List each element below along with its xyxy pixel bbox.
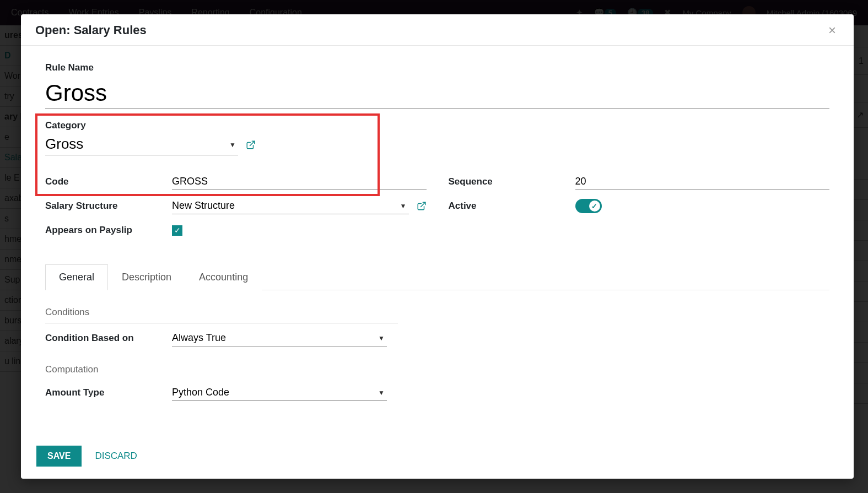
code-input[interactable] (172, 174, 427, 190)
close-button[interactable]: × (825, 23, 839, 37)
appears-on-payslip-label: Appears on Payslip (45, 225, 172, 236)
discard-button[interactable]: DISCARD (91, 450, 141, 462)
tab-general[interactable]: General (45, 264, 108, 290)
modal-header: Open: Salary Rules × (21, 14, 854, 46)
salary-structure-external-link[interactable] (417, 201, 427, 211)
section-computation-title: Computation (45, 364, 829, 375)
rule-name-input[interactable] (45, 79, 829, 109)
condition-based-on-label: Condition Based on (45, 333, 172, 344)
tab-accounting[interactable]: Accounting (185, 264, 262, 290)
salary-rules-modal: Open: Salary Rules × Rule Name Category (21, 14, 854, 479)
external-link-icon (417, 201, 427, 211)
svg-line-1 (420, 202, 425, 207)
modal-title: Open: Salary Rules (35, 23, 147, 37)
category-label: Category (45, 120, 427, 131)
sequence-label: Sequence (449, 176, 575, 187)
active-toggle[interactable]: ✓ (575, 199, 602, 213)
amount-type-label: Amount Type (45, 387, 172, 398)
sequence-input[interactable] (575, 174, 830, 190)
check-icon: ✓ (174, 226, 181, 235)
svg-line-0 (250, 141, 255, 145)
category-select[interactable] (45, 134, 238, 155)
appears-on-payslip-checkbox[interactable]: ✓ (172, 225, 182, 236)
external-link-icon (246, 140, 256, 150)
amount-type-select[interactable] (172, 384, 387, 401)
check-icon: ✓ (591, 202, 597, 210)
modal-body: Rule Name Category ▼ (21, 46, 854, 438)
section-conditions-title: Conditions (45, 307, 829, 318)
tabs: General Description Accounting (45, 264, 829, 290)
save-button[interactable]: SAVE (36, 446, 82, 467)
condition-based-on-select[interactable] (172, 330, 387, 346)
tab-description[interactable]: Description (108, 264, 185, 290)
code-label: Code (45, 176, 172, 187)
rule-name-label: Rule Name (45, 62, 829, 73)
salary-structure-label: Salary Structure (45, 201, 172, 212)
modal-footer: SAVE DISCARD (21, 438, 854, 479)
close-icon: × (828, 23, 836, 37)
category-external-link[interactable] (246, 140, 256, 150)
salary-structure-select[interactable] (172, 198, 409, 214)
toggle-knob: ✓ (589, 201, 600, 212)
active-label: Active (449, 201, 575, 212)
